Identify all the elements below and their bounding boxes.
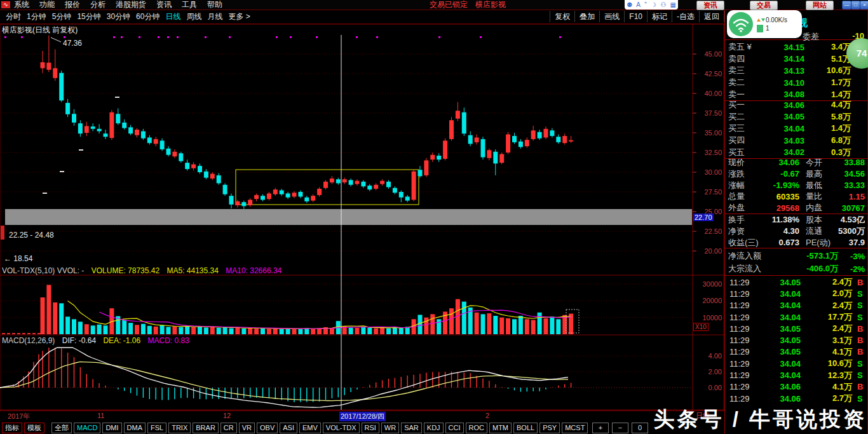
bid-row[interactable]: 买四34.036.8万 (725, 135, 867, 147)
stat-row: 收益(三)0.673PE(动)37.9 (725, 237, 867, 248)
tick-row: 11:2934.054.1万B (725, 346, 867, 358)
indicator-tab-KDJ[interactable]: KDJ (424, 423, 444, 433)
indicator-tab-DMI[interactable]: DMI (102, 423, 121, 433)
indicator-tab-ROC[interactable]: ROC (466, 423, 487, 433)
svg-text:← 18.54: ← 18.54 (4, 254, 33, 263)
maximize-button[interactable]: □ (851, 1, 860, 10)
menu-item-报价[interactable]: 报价 (65, 0, 80, 10)
quote-icon[interactable]: ” (644, 1, 646, 9)
date-axis: 2017年11122 2017/12/28/四 (0, 410, 724, 422)
macd-axis-label: 0.00 (694, 384, 722, 391)
timeframe-60分钟[interactable]: 60分钟 (136, 11, 159, 22)
timeframe-30分钟[interactable]: 30分钟 (107, 11, 130, 22)
volume-axis-label: 20000 (694, 297, 722, 304)
tool-button-画线[interactable]: 画线 (599, 11, 624, 22)
menu-item-资讯[interactable]: 资讯 (156, 0, 172, 10)
indicator-tab-WR[interactable]: WR (381, 423, 399, 433)
indicator-tab-CCI[interactable]: CCI (445, 423, 464, 433)
zoom-button-−[interactable]: − (612, 423, 628, 433)
night-mode-icon[interactable]: ☽ (651, 1, 656, 9)
menu-item-功能[interactable]: 功能 (39, 0, 55, 10)
stat-row: 外盘29568内盘30767 (725, 202, 867, 214)
price-axis-label: 22.50 (694, 227, 722, 235)
menu-item-工具[interactable]: 工具 (182, 0, 197, 10)
tick-row: 11:2934.064.1万B (725, 381, 867, 393)
paw-icon[interactable]: ⚉ (627, 1, 632, 9)
price-axis-label: 30.00 (694, 168, 722, 176)
menu-item-港股期货[interactable]: 港股期货 (116, 0, 146, 10)
fundamental-stats: 换手11.38%股本4.53亿净资4.30流通5300万收益(三)0.673PE… (725, 214, 867, 248)
indicator-tab-FSL[interactable]: FSL (147, 423, 166, 433)
tool-button-标记[interactable]: 标记 (647, 11, 672, 22)
download-arrow-icon (761, 18, 765, 22)
close-button[interactable]: × (860, 1, 868, 10)
indicator-tab-BRAR[interactable]: BRAR (193, 423, 219, 433)
indicator-tab-SAR[interactable]: SAR (401, 423, 422, 433)
net-speed-value: 0.00K/s (766, 17, 787, 24)
bid-levels: 买一34.064.4万买二34.055.8万买三34.041.4万买四34.03… (725, 99, 867, 159)
indicator-tab-MTM[interactable]: MTM (489, 423, 512, 433)
menu-item-系统[interactable]: 系统 (14, 0, 29, 10)
flow-row: 大宗流入-406.0万-2% (725, 262, 867, 275)
vol-ma5-value: MA5: 44135.34 (166, 266, 218, 275)
chart-tool-buttons: 复权叠加画线F10标记-自选返回 (550, 10, 724, 24)
timeframe-5分钟[interactable]: 5分钟 (52, 11, 72, 22)
indicator-tab-BOLL[interactable]: BOLL (513, 423, 538, 433)
indicator-tab-VR[interactable]: VR (239, 423, 255, 433)
tool-button-复权[interactable]: 复权 (550, 11, 574, 22)
app-logo-icon: ∿ (1, 1, 10, 8)
zoom-button-0[interactable]: 0 (632, 423, 648, 433)
tick-list[interactable]: 11:2934.052.4万B11:2934.042.0万S11:2934.04… (725, 276, 867, 404)
zoom-button-+[interactable]: + (592, 423, 609, 433)
left-tab-模板[interactable]: 模板 (24, 423, 44, 433)
crosshair-date-tag: 2017/12/28/四 (339, 412, 386, 421)
ask-row[interactable]: 卖三34.1310.6万 (725, 65, 867, 77)
date-axis-label: 11 (97, 412, 104, 419)
tool-button-F10[interactable]: F10 (624, 11, 647, 22)
bid-row[interactable]: 买二34.055.8万 (725, 111, 867, 123)
vol-ma10-value: MA10: 32666.34 (226, 266, 281, 275)
timeframe-更多 >[interactable]: 更多 > (228, 11, 250, 22)
indicator-tab-TRIX[interactable]: TRIX (168, 423, 191, 433)
minimize-button[interactable]: — (842, 1, 851, 10)
trade-button[interactable]: 交易 (750, 1, 778, 10)
stat-row: 涨幅-1.93%最低33.33 (725, 180, 867, 191)
indicator-tab-VOL-TDX[interactable]: VOL-TDX (323, 423, 360, 433)
tool-button-叠加[interactable]: 叠加 (574, 11, 599, 22)
tick-row: 11:2934.062.7万S (725, 393, 867, 404)
macd-axis-label: 2.00 (694, 368, 722, 376)
timeframe-15分钟[interactable]: 15分钟 (77, 11, 100, 22)
timeframe-分时[interactable]: 分时 (6, 11, 21, 22)
bid-row[interactable]: 买一34.064.4万 (725, 99, 867, 111)
menu-item-帮助[interactable]: 帮助 (207, 0, 222, 10)
timeframe-日线[interactable]: 日线 (165, 11, 180, 22)
user-icon[interactable]: ⚇ (660, 1, 666, 9)
indicator-tab-全部[interactable]: 全部 (51, 423, 72, 433)
tick-row: 11:2934.052.4万B (725, 276, 867, 288)
timeframe-1分钟[interactable]: 1分钟 (27, 11, 46, 22)
indicator-tab-MCST[interactable]: MCST (562, 423, 588, 433)
news-button[interactable]: 资讯 (696, 1, 724, 10)
volume-legend: VOL-TDX(5,10) VVOL: - VOLUME: 78735.42 M… (2, 266, 287, 275)
website-button[interactable]: 网站 (806, 1, 834, 10)
indicator-tab-ASI[interactable]: ASI (280, 423, 297, 433)
indicator-tab-CR[interactable]: CR (220, 423, 237, 433)
chart-region[interactable]: 22.25 - 24.48← 18.5447.36 横店影视(日线 前复权) V… (0, 24, 724, 421)
indicator-tab-MACD[interactable]: MACD (74, 423, 100, 433)
timeframe-周线[interactable]: 周线 (186, 11, 201, 22)
bid-row[interactable]: 买三34.041.4万 (725, 123, 867, 135)
indicator-tab-PSY[interactable]: PSY (539, 423, 560, 433)
grid-icon[interactable]: ▦ (670, 1, 675, 9)
indicator-tab-EMV[interactable]: EMV (299, 423, 321, 433)
timeframe-月线[interactable]: 月线 (207, 11, 222, 22)
tool-button--自选[interactable]: -自选 (672, 11, 699, 22)
indicator-tab-RSI[interactable]: RSI (362, 423, 379, 433)
candlestick-chart[interactable]: 22.25 - 24.48← 18.5447.36 (0, 24, 724, 421)
font-icon[interactable]: A (636, 1, 641, 9)
left-tab-指标[interactable]: 指标 (2, 423, 22, 433)
ask-row[interactable]: 卖二34.101.7万 (725, 77, 867, 89)
menu-item-分析[interactable]: 分析 (90, 0, 105, 10)
indicator-tab-OBV[interactable]: OBV (257, 423, 278, 433)
tool-button-返回[interactable]: 返回 (699, 11, 724, 22)
indicator-tab-DMA[interactable]: DMA (124, 423, 146, 433)
